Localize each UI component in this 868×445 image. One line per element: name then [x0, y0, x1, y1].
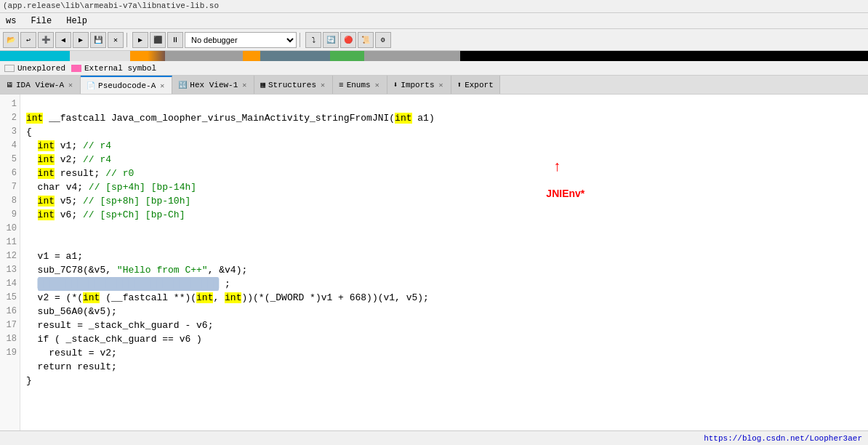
tab-enum-close[interactable]: ✕ [374, 81, 381, 89]
tab-ida-view[interactable]: 🖥 IDA View-A ✕ [0, 76, 81, 94]
code-line-2: { [26, 127, 32, 137]
line-num-18: 18 [0, 332, 17, 346]
toolbar-btn-add[interactable]: ➕ [38, 32, 54, 48]
annotation: ↑ JNIEnv* [529, 135, 584, 215]
tab-struct-label: Structures [268, 81, 316, 89]
tab-struct-icon: ▦ [260, 80, 265, 89]
tab-hex-close[interactable]: ✕ [241, 81, 248, 89]
line-num-7: 7 [0, 180, 17, 194]
code-area[interactable]: int __fastcall Java_com_loopher_virus_Ma… [20, 95, 868, 430]
code-line-5: int result; // r0 [26, 168, 134, 179]
line-num-10: 10 [0, 222, 17, 236]
legend-unexplored: Unexplored [4, 64, 65, 73]
legend-unexplored-box [4, 65, 15, 72]
tab-exports[interactable]: ⬆ Export [451, 76, 500, 94]
debugger-select[interactable]: No debugger Local Windows debugger Remot… [185, 32, 297, 48]
toolbar: 📂 ↩ ➕ ◀ ▶ 💾 ✕ ▶ ⬛ ⏸ No debugger Local Wi… [0, 29, 868, 51]
code-line-1: int __fastcall Java_com_loopher_virus_Ma… [26, 113, 435, 124]
toolbar-btn-step-into[interactable]: ⤵ [305, 32, 321, 48]
code-line-15: result = _stack_chk_guard - v6; [26, 320, 213, 331]
legend-external-label: External symbol [84, 64, 156, 73]
tab-ida-icon: 🖥 [6, 81, 13, 89]
tab-enums[interactable]: ≡ Enums ✕ [333, 76, 387, 94]
line-num-5: 5 [0, 153, 17, 167]
tab-imports-close[interactable]: ✕ [438, 81, 445, 89]
code-line-6: char v4; // [sp+4h] [bp-14h] [26, 182, 196, 193]
line-num-12: 12 [0, 249, 17, 263]
toolbar-btn-script[interactable]: 📜 [358, 32, 374, 48]
tab-pseudo-icon: 📄 [87, 81, 95, 90]
tab-structures[interactable]: ▦ Structures ✕ [254, 76, 333, 94]
tab-ida-label: IDA View-A [16, 81, 64, 89]
menu-file[interactable]: File [28, 15, 55, 28]
main-area: 1 2 3 4 5 6 7 8 9 10 11 12 13 14 15 16 1… [0, 95, 868, 430]
tab-enum-icon: ≡ [339, 81, 344, 89]
tab-hex-label: Hex View-1 [190, 81, 238, 89]
code-line-17: result = v2; [26, 348, 117, 358]
menu-ws[interactable]: ws [3, 15, 19, 28]
code-line-7: int v5; // [sp+8h] [bp-10h] [26, 196, 190, 207]
toolbar-sep-1 [126, 33, 129, 47]
tab-imports-label: Imports [401, 81, 434, 89]
toolbar-btn-nav-fwd[interactable]: ▶ [73, 32, 89, 48]
color-bar [0, 51, 868, 61]
code-line-8: int v6; // [sp+Ch] [bp-Ch] [26, 209, 185, 220]
tab-ida-close[interactable]: ✕ [67, 81, 74, 89]
toolbar-btn-breakpt[interactable]: 🔴 [340, 32, 356, 48]
tab-imports-icon: ⬇ [393, 80, 398, 89]
code-line-3: int v1; // r4 [26, 140, 111, 151]
code-line-14: sub_56A0(&v5); [26, 306, 117, 317]
line-num-9: 9 [0, 208, 17, 222]
toolbar-btn-refresh[interactable]: 🔄 [323, 32, 339, 48]
line-num-16: 16 [0, 305, 17, 318]
tab-struct-close[interactable]: ✕ [319, 81, 326, 89]
line-numbers: 1 2 3 4 5 6 7 8 9 10 11 12 13 14 15 16 1… [0, 95, 20, 430]
toolbar-btn-save[interactable]: 💾 [90, 32, 106, 48]
tab-exports-label: Export [465, 81, 494, 89]
tab-enum-label: Enums [347, 81, 371, 89]
legend-unexplored-label: Unexplored [17, 64, 65, 73]
menu-bar: ws File Help [0, 13, 868, 29]
legend-external-box [71, 65, 81, 72]
status-right: https://blog.csdn.net/Loopher3aer [704, 434, 862, 443]
toolbar-btn-settings[interactable]: ⚙ [375, 32, 391, 48]
title-text: (app.release\lib\armeabi-v7a\libnative-l… [3, 1, 219, 10]
legend-bar: Unexplored External symbol [0, 61, 868, 76]
toolbar-btn-nav-back[interactable]: ◀ [55, 32, 71, 48]
tab-hex-view[interactable]: 🔣 Hex View-1 ✕ [172, 76, 254, 94]
code-line-18: return result; [26, 361, 117, 372]
line-num-13: 13 [0, 263, 17, 277]
toolbar-sep-2 [300, 33, 302, 47]
tab-pseudocode[interactable]: 📄 Pseudocode-A ✕ [81, 76, 172, 94]
toolbar-btn-pause[interactable]: ⏸ [167, 32, 183, 48]
line-num-15: 15 [0, 291, 17, 305]
line-num-17: 17 [0, 318, 17, 332]
title-bar: (app.release\lib\armeabi-v7a\libnative-l… [0, 0, 868, 13]
toolbar-btn-open[interactable]: 📂 [3, 32, 19, 48]
toolbar-btn-undo[interactable]: ↩ [20, 32, 36, 48]
arrow-icon: ↑ [529, 159, 584, 173]
line-num-1: 1 [0, 97, 17, 111]
tab-exports-icon: ⬆ [457, 80, 462, 89]
annotation-text: JNIEnv* [546, 188, 584, 199]
line-num-3: 3 [0, 125, 17, 139]
toolbar-btn-x[interactable]: ✕ [108, 32, 124, 48]
code-line-12: ████████████████████████████████ ; [26, 278, 230, 289]
tab-imports[interactable]: ⬇ Imports ✕ [387, 76, 451, 94]
tab-bar: 🖥 IDA View-A ✕ 📄 Pseudocode-A ✕ 🔣 Hex Vi… [0, 76, 868, 95]
toolbar-btn-stop[interactable]: ⬛ [150, 32, 166, 48]
line-num-4: 4 [0, 139, 17, 153]
code-line-11: sub_7C78(&v5, "Hello from C++", &v4); [26, 265, 247, 276]
toolbar-btn-run[interactable]: ▶ [132, 32, 148, 48]
tab-pseudo-close[interactable]: ✕ [158, 81, 166, 90]
menu-help[interactable]: Help [63, 15, 90, 28]
line-num-11: 11 [0, 236, 17, 249]
tab-hex-icon: 🔣 [178, 81, 187, 89]
code-line-19: } [26, 375, 32, 386]
line-num-8: 8 [0, 194, 17, 208]
line-num-19: 19 [0, 346, 17, 360]
tab-pseudo-label: Pseudocode-A [98, 81, 156, 90]
code-line-4: int v2; // r4 [26, 154, 111, 165]
code-line-10: v1 = a1; [26, 251, 83, 262]
line-num-6: 6 [0, 167, 17, 180]
